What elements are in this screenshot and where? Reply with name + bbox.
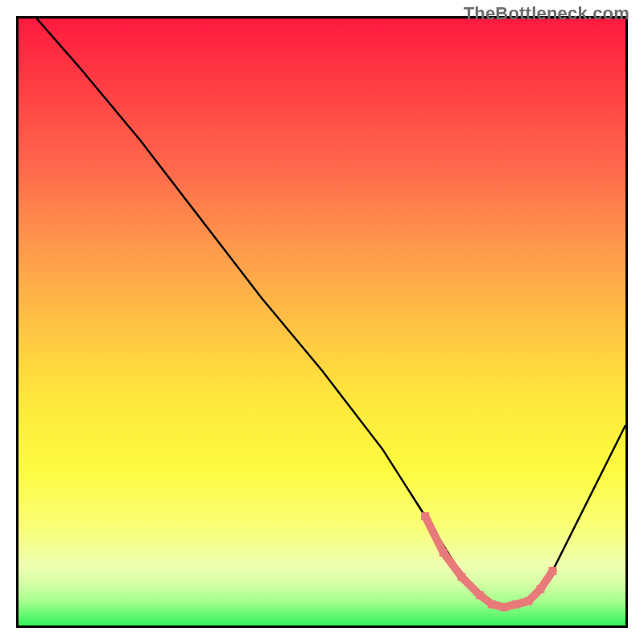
- main-curve-path: [37, 19, 625, 607]
- chart-container: TheBottleneck.com: [0, 0, 644, 644]
- highlight-path: [425, 516, 552, 607]
- highlight-marker: [440, 549, 448, 557]
- highlight-marker: [488, 601, 496, 609]
- highlight-marker: [512, 601, 520, 609]
- highlight-marker: [524, 597, 532, 605]
- highlight-marker: [476, 591, 484, 599]
- highlight-marker: [549, 567, 557, 575]
- highlight-marker: [536, 585, 544, 593]
- curve-svg: [19, 19, 625, 625]
- highlight-marker: [457, 573, 465, 581]
- highlight-marker: [500, 603, 508, 611]
- watermark-text: TheBottleneck.com: [464, 3, 630, 24]
- plot-area: [16, 16, 628, 628]
- highlight-segment: [421, 512, 556, 611]
- highlight-marker: [421, 512, 429, 520]
